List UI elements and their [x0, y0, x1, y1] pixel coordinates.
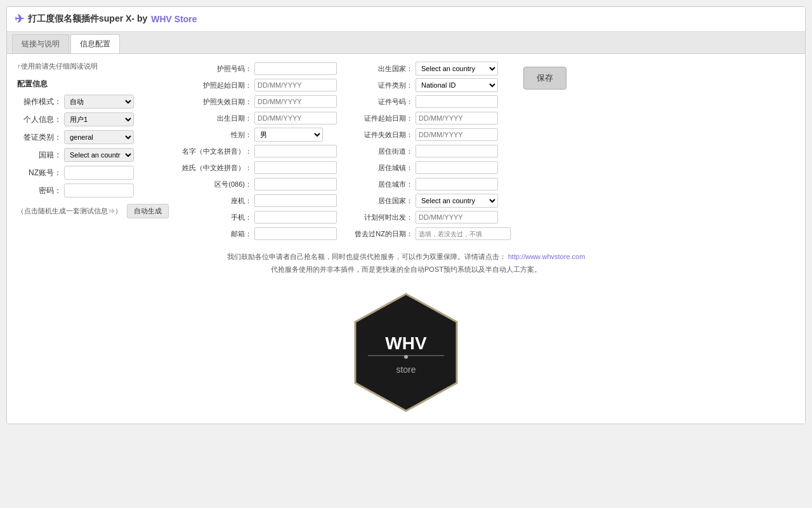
street-input[interactable]: [416, 145, 498, 157]
tab-config[interactable]: 信息配置: [70, 34, 120, 53]
left-config-panel: ↑使用前请先仔细阅读说明 配置信息 操作模式： 自动 个人信息： 用户1: [17, 62, 176, 241]
id-type-label: 证件类别：: [343, 81, 413, 90]
gender-label: 性别：: [182, 130, 252, 140]
footer-section: 我们鼓励各位申请者自己抢名额，同时也提供代抢服务，可以作为双重保障。详情请点击：…: [17, 251, 795, 276]
logo-dot: [404, 355, 408, 359]
auto-gen-row: （点击随机生成一套测试信息⇒） 自动生成: [17, 204, 176, 218]
footer-line1: 我们鼓励各位申请者自己抢名额，同时也提供代抢服务，可以作为双重保障。详情请点击：: [227, 253, 506, 260]
visa-type-label: 签证类别：: [17, 130, 62, 144]
phone-input[interactable]: [254, 211, 337, 224]
id-start-input[interactable]: [416, 112, 498, 124]
id-start-label: 证件起始日期：: [343, 114, 413, 123]
first-name-label: 名字（中文名拼音）：: [182, 147, 252, 156]
nz-account-input[interactable]: [64, 166, 134, 180]
surname-input[interactable]: [254, 161, 337, 174]
footer-line2: 代抢服务使用的并非本插件，而是更快速的全自动POST预约系统以及半自动人工方案。: [17, 264, 795, 276]
password-input[interactable]: [64, 184, 134, 197]
nz-account-label: NZ账号：: [17, 166, 62, 180]
landline-input[interactable]: [254, 194, 337, 207]
res-country-select[interactable]: Select an country: [416, 194, 498, 208]
form-left-section: 护照号码： 护照起始日期： 护照失效日期： 出生日期： 性别：: [182, 62, 337, 241]
app-title-text: 打工度假名额插件super X- by: [28, 13, 147, 25]
first-name-input[interactable]: [254, 145, 337, 157]
surname-label: 姓氏（中文姓拼音）：: [182, 163, 252, 173]
notice-text: ↑使用前请先仔细阅读说明: [17, 62, 176, 71]
whv-store-link[interactable]: WHV Store: [151, 14, 197, 24]
id-number-label: 证件号码：: [343, 97, 413, 107]
passport-no-input[interactable]: [254, 62, 337, 75]
app-icon: ✈: [15, 12, 24, 26]
save-button[interactable]: 保存: [523, 67, 566, 90]
logo-whv-text: WHV: [385, 333, 427, 353]
res-country-label: 居住国家：: [343, 196, 413, 206]
personal-info-select[interactable]: 用户1: [64, 112, 134, 126]
operation-mode-label: 操作模式：: [17, 95, 62, 109]
id-number-input[interactable]: [416, 95, 498, 108]
birth-country-select[interactable]: Select an country: [416, 62, 498, 76]
auto-gen-button[interactable]: 自动生成: [127, 204, 169, 218]
depart-date-input[interactable]: [416, 211, 498, 224]
content-area: ↑使用前请先仔细阅读说明 配置信息 操作模式： 自动 个人信息： 用户1: [7, 54, 805, 424]
depart-date-label: 计划何时出发：: [343, 213, 413, 222]
tab-links[interactable]: 链接与说明: [12, 34, 69, 53]
id-type-select[interactable]: National ID: [416, 78, 498, 92]
auto-gen-label: （点击随机生成一套测试信息⇒）: [17, 206, 122, 216]
form-right-section: 出生国家： Select an country 证件类别： National I…: [343, 62, 511, 241]
save-area: 保存: [523, 62, 566, 241]
personal-info-label: 个人信息：: [17, 112, 62, 126]
city-input[interactable]: [416, 178, 498, 190]
visa-type-select[interactable]: general: [64, 130, 134, 144]
street-label: 居住街道：: [343, 147, 413, 156]
prev-nz-input[interactable]: [416, 227, 511, 240]
town-label: 居住城镇：: [343, 163, 413, 173]
gender-select[interactable]: 男: [254, 128, 323, 142]
passport-start-label: 护照起始日期：: [182, 81, 252, 90]
passport-end-label: 护照失效日期：: [182, 97, 252, 107]
password-label: 密码：: [17, 184, 62, 197]
phone-label: 手机：: [182, 213, 252, 222]
landline-label: 座机：: [182, 196, 252, 206]
nationality-label: 国籍：: [17, 148, 62, 162]
title-bar: ✈ 打工度假名额插件super X- by WHV Store: [7, 7, 805, 32]
logo-container: WHV store: [17, 289, 795, 416]
footer-link[interactable]: http://www.whvstore.com: [508, 253, 586, 260]
id-end-label: 证件失效日期：: [343, 130, 413, 140]
operation-mode-select[interactable]: 自动: [64, 95, 134, 109]
nationality-select[interactable]: Select an country: [64, 148, 134, 162]
area-code-input[interactable]: [254, 178, 337, 190]
logo-store-text: store: [396, 364, 416, 374]
whv-store-logo: WHV store: [349, 289, 463, 416]
id-end-input[interactable]: [416, 128, 498, 141]
city-label: 居住城市：: [343, 180, 413, 189]
passport-no-label: 护照号码：: [182, 64, 252, 74]
birth-date-label: 出生日期：: [182, 114, 252, 123]
birth-date-input[interactable]: [254, 112, 337, 124]
area-code-label: 区号(086)：: [182, 180, 252, 189]
email-label: 邮箱：: [182, 229, 252, 239]
section-title: 配置信息: [17, 79, 176, 90]
passport-end-input[interactable]: [254, 95, 337, 108]
tab-bar: 链接与说明 信息配置: [7, 32, 805, 54]
passport-start-input[interactable]: [254, 79, 337, 91]
prev-nz-label: 曾去过NZ的日期：: [343, 229, 413, 239]
birth-country-label: 出生国家：: [343, 64, 413, 74]
town-input[interactable]: [416, 161, 498, 174]
email-input[interactable]: [254, 227, 337, 240]
